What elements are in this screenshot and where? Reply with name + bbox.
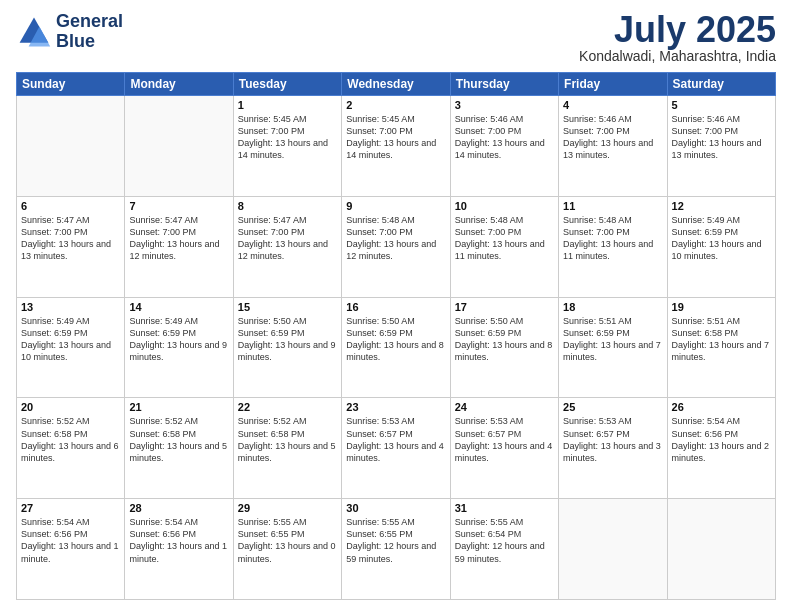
day-number: 21 [129,401,228,413]
day-info: Sunrise: 5:54 AMSunset: 6:56 PMDaylight:… [672,415,771,464]
day-info: Sunrise: 5:54 AMSunset: 6:56 PMDaylight:… [129,516,228,565]
day-number: 11 [563,200,662,212]
day-info: Sunrise: 5:53 AMSunset: 6:57 PMDaylight:… [346,415,445,464]
day-number: 15 [238,301,337,313]
calendar-cell: 4Sunrise: 5:46 AMSunset: 7:00 PMDaylight… [559,96,667,197]
logo-text: General Blue [56,12,123,52]
day-number: 25 [563,401,662,413]
calendar-cell [125,96,233,197]
calendar-cell: 25Sunrise: 5:53 AMSunset: 6:57 PMDayligh… [559,398,667,499]
calendar-cell: 20Sunrise: 5:52 AMSunset: 6:58 PMDayligh… [17,398,125,499]
day-number: 8 [238,200,337,212]
calendar-cell: 2Sunrise: 5:45 AMSunset: 7:00 PMDaylight… [342,96,450,197]
day-number: 23 [346,401,445,413]
day-info: Sunrise: 5:47 AMSunset: 7:00 PMDaylight:… [238,214,337,263]
logo-line1: General [56,12,123,32]
calendar-cell: 31Sunrise: 5:55 AMSunset: 6:54 PMDayligh… [450,499,558,600]
day-info: Sunrise: 5:49 AMSunset: 6:59 PMDaylight:… [21,315,120,364]
calendar-cell: 15Sunrise: 5:50 AMSunset: 6:59 PMDayligh… [233,297,341,398]
calendar-cell: 16Sunrise: 5:50 AMSunset: 6:59 PMDayligh… [342,297,450,398]
day-number: 2 [346,99,445,111]
calendar-cell: 13Sunrise: 5:49 AMSunset: 6:59 PMDayligh… [17,297,125,398]
day-number: 13 [21,301,120,313]
calendar: Sunday Monday Tuesday Wednesday Thursday… [16,72,776,600]
calendar-week-3: 13Sunrise: 5:49 AMSunset: 6:59 PMDayligh… [17,297,776,398]
day-info: Sunrise: 5:48 AMSunset: 7:00 PMDaylight:… [563,214,662,263]
day-number: 10 [455,200,554,212]
calendar-cell: 14Sunrise: 5:49 AMSunset: 6:59 PMDayligh… [125,297,233,398]
day-info: Sunrise: 5:47 AMSunset: 7:00 PMDaylight:… [21,214,120,263]
calendar-cell: 5Sunrise: 5:46 AMSunset: 7:00 PMDaylight… [667,96,775,197]
day-number: 7 [129,200,228,212]
day-info: Sunrise: 5:52 AMSunset: 6:58 PMDaylight:… [238,415,337,464]
col-monday: Monday [125,73,233,96]
day-number: 1 [238,99,337,111]
logo-icon [16,14,52,50]
calendar-cell: 29Sunrise: 5:55 AMSunset: 6:55 PMDayligh… [233,499,341,600]
logo: General Blue [16,12,123,52]
calendar-cell: 12Sunrise: 5:49 AMSunset: 6:59 PMDayligh… [667,196,775,297]
col-sunday: Sunday [17,73,125,96]
calendar-cell: 6Sunrise: 5:47 AMSunset: 7:00 PMDaylight… [17,196,125,297]
col-thursday: Thursday [450,73,558,96]
day-number: 29 [238,502,337,514]
calendar-cell: 19Sunrise: 5:51 AMSunset: 6:58 PMDayligh… [667,297,775,398]
calendar-week-1: 1Sunrise: 5:45 AMSunset: 7:00 PMDaylight… [17,96,776,197]
calendar-cell: 8Sunrise: 5:47 AMSunset: 7:00 PMDaylight… [233,196,341,297]
day-info: Sunrise: 5:50 AMSunset: 6:59 PMDaylight:… [346,315,445,364]
day-number: 4 [563,99,662,111]
calendar-cell [559,499,667,600]
calendar-cell: 9Sunrise: 5:48 AMSunset: 7:00 PMDaylight… [342,196,450,297]
day-info: Sunrise: 5:51 AMSunset: 6:59 PMDaylight:… [563,315,662,364]
day-number: 28 [129,502,228,514]
calendar-cell: 10Sunrise: 5:48 AMSunset: 7:00 PMDayligh… [450,196,558,297]
day-info: Sunrise: 5:46 AMSunset: 7:00 PMDaylight:… [563,113,662,162]
month-title: July 2025 [579,12,776,48]
day-info: Sunrise: 5:51 AMSunset: 6:58 PMDaylight:… [672,315,771,364]
calendar-cell [667,499,775,600]
day-info: Sunrise: 5:46 AMSunset: 7:00 PMDaylight:… [672,113,771,162]
day-info: Sunrise: 5:53 AMSunset: 6:57 PMDaylight:… [455,415,554,464]
day-number: 6 [21,200,120,212]
day-info: Sunrise: 5:50 AMSunset: 6:59 PMDaylight:… [455,315,554,364]
day-number: 12 [672,200,771,212]
day-number: 22 [238,401,337,413]
day-number: 30 [346,502,445,514]
day-info: Sunrise: 5:46 AMSunset: 7:00 PMDaylight:… [455,113,554,162]
day-info: Sunrise: 5:45 AMSunset: 7:00 PMDaylight:… [346,113,445,162]
day-number: 14 [129,301,228,313]
day-info: Sunrise: 5:55 AMSunset: 6:54 PMDaylight:… [455,516,554,565]
calendar-week-2: 6Sunrise: 5:47 AMSunset: 7:00 PMDaylight… [17,196,776,297]
col-saturday: Saturday [667,73,775,96]
day-info: Sunrise: 5:53 AMSunset: 6:57 PMDaylight:… [563,415,662,464]
calendar-cell: 22Sunrise: 5:52 AMSunset: 6:58 PMDayligh… [233,398,341,499]
calendar-cell: 17Sunrise: 5:50 AMSunset: 6:59 PMDayligh… [450,297,558,398]
day-number: 27 [21,502,120,514]
calendar-cell [17,96,125,197]
calendar-cell: 1Sunrise: 5:45 AMSunset: 7:00 PMDaylight… [233,96,341,197]
header-row: Sunday Monday Tuesday Wednesday Thursday… [17,73,776,96]
day-info: Sunrise: 5:49 AMSunset: 6:59 PMDaylight:… [129,315,228,364]
day-number: 20 [21,401,120,413]
calendar-cell: 23Sunrise: 5:53 AMSunset: 6:57 PMDayligh… [342,398,450,499]
day-info: Sunrise: 5:54 AMSunset: 6:56 PMDaylight:… [21,516,120,565]
day-number: 24 [455,401,554,413]
location-subtitle: Kondalwadi, Maharashtra, India [579,48,776,64]
day-info: Sunrise: 5:48 AMSunset: 7:00 PMDaylight:… [346,214,445,263]
day-info: Sunrise: 5:45 AMSunset: 7:00 PMDaylight:… [238,113,337,162]
calendar-week-5: 27Sunrise: 5:54 AMSunset: 6:56 PMDayligh… [17,499,776,600]
day-number: 31 [455,502,554,514]
day-number: 18 [563,301,662,313]
calendar-cell: 27Sunrise: 5:54 AMSunset: 6:56 PMDayligh… [17,499,125,600]
day-info: Sunrise: 5:49 AMSunset: 6:59 PMDaylight:… [672,214,771,263]
calendar-cell: 3Sunrise: 5:46 AMSunset: 7:00 PMDaylight… [450,96,558,197]
day-number: 5 [672,99,771,111]
calendar-cell: 28Sunrise: 5:54 AMSunset: 6:56 PMDayligh… [125,499,233,600]
title-block: July 2025 Kondalwadi, Maharashtra, India [579,12,776,64]
day-number: 17 [455,301,554,313]
day-number: 19 [672,301,771,313]
col-friday: Friday [559,73,667,96]
day-info: Sunrise: 5:52 AMSunset: 6:58 PMDaylight:… [129,415,228,464]
day-number: 26 [672,401,771,413]
day-info: Sunrise: 5:47 AMSunset: 7:00 PMDaylight:… [129,214,228,263]
